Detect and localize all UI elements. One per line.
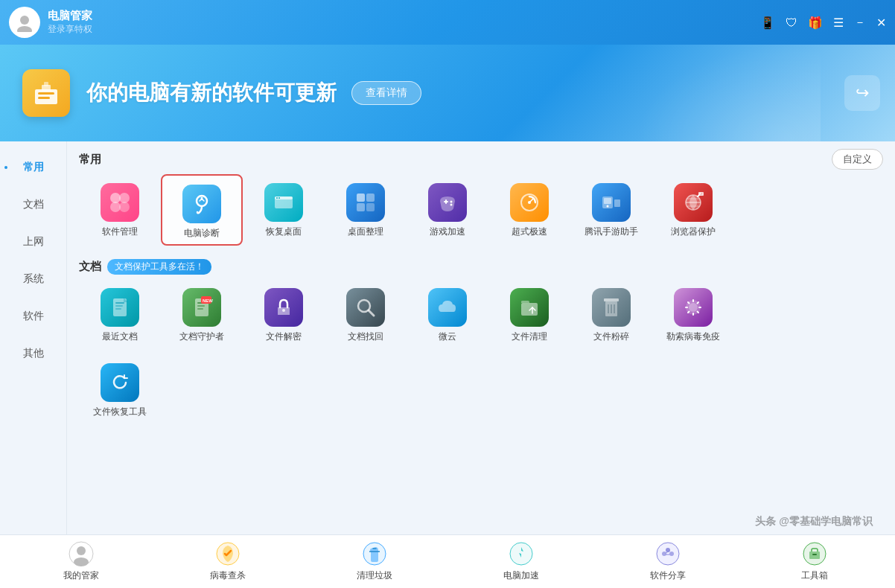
svg-point-67	[77, 546, 86, 555]
app-filemgr[interactable]: 文件清理	[488, 279, 570, 348]
avatar[interactable]	[9, 7, 40, 38]
app-browser[interactable]: ✓ 浏览器保护	[652, 174, 734, 246]
svg-rect-18	[366, 194, 375, 202]
sidebar-item-document[interactable]: 文档	[0, 186, 66, 223]
svg-line-27	[529, 199, 533, 202]
app-filerestore[interactable]: 文件恢复工具	[79, 354, 161, 423]
svg-point-74	[669, 552, 674, 556]
svg-point-68	[74, 557, 89, 566]
app-label-speedup: 超式极速	[512, 226, 547, 237]
taskbar-antivirus[interactable]: 病毒查杀	[154, 541, 301, 582]
svg-rect-51	[604, 298, 619, 301]
banner-decoration	[634, 45, 821, 141]
sidebar-item-internet[interactable]: 上网	[0, 223, 66, 261]
svg-point-7	[110, 193, 121, 203]
app-label-tencent: 腾讯手游助手	[585, 226, 638, 237]
app-restore[interactable]: 恢复桌面	[243, 174, 325, 246]
app-title: 电脑管家	[48, 9, 92, 23]
svg-point-0	[20, 16, 29, 25]
svg-line-62	[688, 302, 689, 304]
app-icon-antivirus	[674, 288, 713, 327]
filerestore-grid: 文件恢复工具	[79, 354, 883, 423]
svg-point-23	[450, 201, 453, 203]
taskbar-icon-cleanjunk	[362, 541, 387, 566]
title-info: 电脑管家 登录享特权	[48, 9, 92, 36]
app-icon-filerestore	[101, 363, 139, 402]
app-label-guardian: 文档守护者	[179, 331, 224, 342]
svg-rect-37	[115, 302, 124, 304]
content-area: 常用 自定义 软件管理	[67, 141, 895, 534]
document-section-header: 文档 文档保护工具多在活！	[79, 252, 883, 279]
title-bar: 电脑管家 登录享特权 📱 🛡 🎁 ☰ － ✕	[0, 0, 895, 45]
app-icon-software-mgr	[101, 183, 139, 222]
app-guardian[interactable]: NEW 文档守护者	[161, 279, 243, 348]
app-decrypt[interactable]: 文件解密	[243, 279, 325, 348]
app-recent[interactable]: 最近文档	[79, 279, 161, 348]
sidebar-item-other[interactable]: 其他	[0, 335, 66, 372]
mobile-icon[interactable]: 📱	[760, 16, 775, 30]
app-label-filerestore: 文件恢复工具	[93, 406, 147, 417]
taskbar-label-mymanager: 我的管家	[63, 569, 99, 582]
common-apps-grid: 软件管理 电脑诊断	[79, 174, 883, 246]
taskbar-cleanjunk[interactable]: 清理垃圾	[301, 541, 448, 582]
app-label-shred: 文件粉碎	[593, 331, 629, 342]
svg-point-16	[278, 197, 280, 199]
svg-point-15	[276, 197, 278, 199]
svg-rect-17	[357, 194, 365, 202]
taskbar-label-softsplit: 软件分享	[650, 569, 686, 582]
taskbar-toolbox[interactable]: 工具箱	[741, 541, 888, 582]
taskbar-label-antivirus: 病毒查杀	[210, 569, 246, 582]
close-icon[interactable]: ✕	[876, 16, 886, 30]
svg-rect-38	[115, 305, 123, 307]
banner-detail-button[interactable]: 查看详情	[351, 81, 421, 105]
app-label-cloud: 微云	[439, 331, 456, 342]
app-icon-browser: ✓	[674, 183, 713, 222]
document-apps-grid: 最近文档 NEW 文档守护者	[79, 279, 883, 348]
app-label-desktop: 桌面整理	[348, 226, 383, 237]
svg-point-30	[607, 205, 609, 208]
app-icon-filemgr	[510, 288, 549, 327]
app-label-game: 游戏加速	[430, 226, 465, 237]
taskbar-accelerate[interactable]: 电脑加速	[448, 541, 594, 582]
sidebar: 常用 文档 上网 系统 软件 其他	[0, 141, 67, 534]
app-icon-cloud	[428, 288, 467, 327]
app-speedup[interactable]: 超式极速	[488, 174, 570, 246]
svg-rect-31	[614, 199, 620, 207]
app-label-antivirus: 勒索病毒免疫	[666, 331, 720, 342]
app-game[interactable]: 游戏加速	[407, 174, 488, 246]
svg-text:NEW: NEW	[203, 298, 213, 303]
svg-rect-4	[38, 97, 50, 99]
shield-icon[interactable]: 🛡	[786, 16, 797, 29]
svg-rect-39	[115, 308, 121, 310]
minimize-icon[interactable]: －	[854, 15, 866, 31]
app-tencent[interactable]: 腾讯手游助手	[570, 174, 652, 246]
taskbar-icon-accelerate	[509, 541, 534, 566]
app-cloud[interactable]: 微云	[407, 279, 488, 348]
app-subtitle[interactable]: 登录享特权	[48, 23, 92, 36]
app-diagnose[interactable]: 电脑诊断	[161, 174, 243, 246]
app-software-mgr[interactable]: 软件管理	[79, 174, 161, 246]
svg-rect-19	[357, 203, 365, 211]
sidebar-item-common[interactable]: 常用	[0, 149, 66, 186]
app-icon-game	[428, 183, 467, 222]
customize-button[interactable]: 自定义	[832, 149, 883, 170]
taskbar-label-toolbox: 工具箱	[801, 569, 828, 582]
svg-point-9	[110, 202, 121, 212]
banner-corner-icon[interactable]: ↪	[844, 75, 880, 111]
sidebar-item-system[interactable]: 系统	[0, 261, 66, 298]
app-label-decrypt: 文件解密	[266, 331, 302, 342]
app-icon-guardian: NEW	[182, 288, 221, 327]
menu-icon[interactable]: ☰	[833, 16, 844, 30]
taskbar-softsplit[interactable]: 软件分享	[594, 541, 741, 582]
svg-rect-20	[366, 203, 375, 211]
app-shred[interactable]: 文件粉碎	[570, 279, 652, 348]
sidebar-item-software[interactable]: 软件	[0, 298, 66, 335]
taskbar-mymanager[interactable]: 我的管家	[7, 541, 154, 582]
gift-icon[interactable]: 🎁	[808, 16, 823, 30]
app-docrecover[interactable]: 文档找回	[325, 279, 407, 348]
app-desktop[interactable]: 桌面整理	[325, 174, 407, 246]
window-controls: 📱 🛡 🎁 ☰ － ✕	[760, 15, 886, 31]
app-antivirus[interactable]: 勒索病毒免疫	[652, 279, 734, 348]
svg-rect-22	[444, 201, 448, 202]
banner-text: 你的电脑有新的软件可更新	[86, 79, 337, 107]
